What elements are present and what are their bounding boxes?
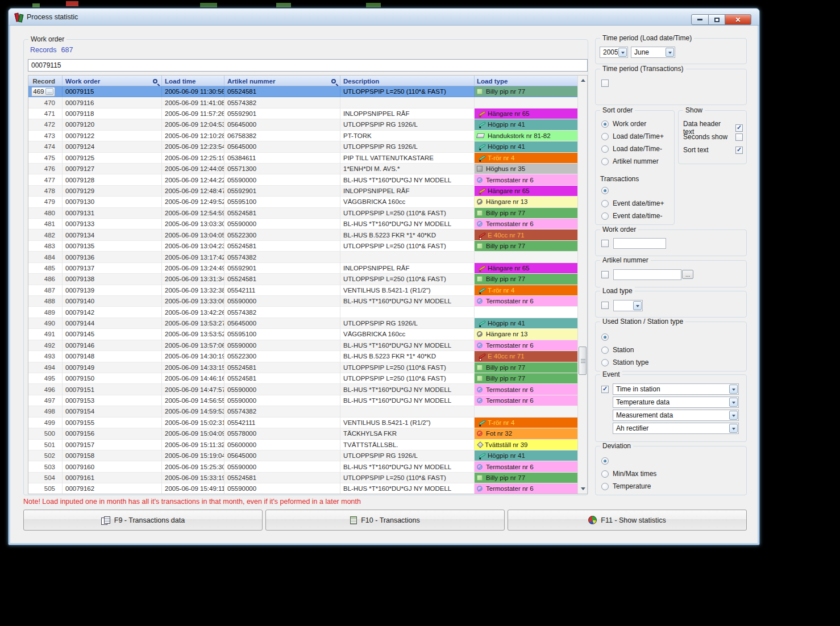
artikel-cell[interactable]: 05590000 [224, 483, 340, 494]
description-cell[interactable]: BL-HUS *T*160*DU*GJ NY MODELL [340, 461, 475, 472]
work-order-cell[interactable]: 00079130 [63, 197, 162, 207]
load-time-cell[interactable]: 2005-06-09 12:48:47 [162, 186, 224, 197]
table-row[interactable]: 471000791182005-06-09 11:57:2605592901IN… [28, 108, 579, 119]
load-time-cell[interactable]: 2005-06-09 15:19:04 [162, 450, 224, 461]
radio-temperature[interactable]: Temperature [601, 482, 651, 490]
description-cell[interactable]: VÄGGBRICKA 160cc [340, 329, 475, 340]
work-order-cell[interactable]: 00079115 [63, 86, 162, 97]
chevron-down-icon[interactable] [729, 398, 738, 407]
load-type-cell[interactable]: Termostater nr 6 [475, 461, 579, 472]
row-ellipsis-button[interactable]: ... [45, 88, 53, 95]
load-time-cell[interactable]: 2005-06-09 14:56:55 [162, 395, 224, 406]
chevron-down-icon[interactable] [729, 424, 738, 433]
record-cell[interactable]: 495 [28, 373, 63, 384]
record-cell[interactable]: 484 [28, 252, 63, 262]
artikel-cell[interactable]: 05524581 [224, 473, 340, 483]
description-cell[interactable]: BL-HUS *T*160*DU*GJ NY MODELL [340, 219, 475, 229]
work-order-cell[interactable]: 00079151 [63, 384, 162, 395]
table-row[interactable]: 476000791272005-06-09 12:44:05055713001*… [28, 164, 579, 174]
artikel-cell[interactable]: 05595100 [224, 329, 340, 340]
load-type-cell[interactable]: Billy pip nr 77 [475, 373, 579, 384]
description-cell[interactable]: BL-HUS *T*160*DU*GJ NY MODELL [340, 340, 475, 351]
load-type-cell[interactable]: Termostater nr 6 [475, 384, 579, 395]
load-type-cell[interactable]: Tvättställ nr 39 [475, 440, 579, 450]
work-order-cell[interactable]: 00079146 [63, 340, 162, 351]
work-order-cell[interactable]: 00079135 [63, 241, 162, 252]
minimize-button[interactable] [691, 14, 709, 25]
work-order-cell[interactable]: 00079149 [63, 362, 162, 373]
table-row[interactable]: 497000791532005-06-09 14:56:5505590000BL… [28, 395, 579, 406]
record-cell[interactable]: 471 [28, 108, 63, 119]
description-cell[interactable]: INLOPPSNIPPEL RÅF [340, 186, 475, 197]
work-order-cell[interactable]: 00079134 [63, 229, 162, 240]
record-cell[interactable]: 469... [28, 86, 63, 97]
load-type-cell[interactable]: Hängare nr 13 [475, 197, 579, 207]
checkbox-sort-text[interactable]: Sort text [683, 146, 743, 154]
description-cell[interactable] [340, 97, 475, 108]
close-button[interactable]: ✕ [725, 14, 751, 25]
load-time-cell[interactable]: 2005-06-09 11:30:56 [162, 86, 224, 97]
load-type-cell[interactable]: Billy pip nr 77 [475, 274, 579, 285]
load-time-cell[interactable]: 2005-06-09 15:04:09 [162, 428, 224, 439]
work-order-cell[interactable]: 00079116 [63, 97, 162, 108]
artikel-cell[interactable]: 05590000 [224, 174, 340, 185]
description-cell[interactable]: UTLOPPSPIP L=250 (110*& FAST) [340, 473, 475, 483]
description-cell[interactable]: UTLOPPSPIP RG 1926/L [340, 450, 475, 461]
selected-record-button[interactable]: 469... [31, 87, 55, 97]
table-row[interactable]: 470000791162005-06-09 11:41:0805574382 [28, 97, 579, 108]
load-type-cell[interactable] [475, 97, 579, 108]
f10-transactions-button[interactable]: F10 - Transactions [265, 510, 505, 531]
table-row[interactable]: 502000791582005-06-09 15:19:0405645000UT… [28, 450, 579, 461]
load-time-cell[interactable]: 2005-06-09 14:47:57 [162, 384, 224, 395]
record-cell[interactable]: 492 [28, 340, 63, 351]
record-cell[interactable]: 475 [28, 153, 63, 164]
load-type-cell[interactable]: Termostater nr 6 [475, 483, 579, 494]
record-cell[interactable]: 490 [28, 318, 63, 329]
work-order-cell[interactable]: 00079139 [63, 285, 162, 296]
table-row[interactable]: 487000791392005-06-09 13:32:3805542111VE… [28, 285, 579, 296]
record-cell[interactable]: 489 [28, 307, 63, 318]
artikel-filter-field[interactable] [613, 269, 681, 280]
work-order-cell[interactable]: 00079161 [63, 473, 162, 483]
description-cell[interactable]: BL-HUS *T*160*DU*GJ NY MODELL [340, 174, 475, 185]
load-time-cell[interactable]: 2005-06-09 13:53:27 [162, 318, 224, 329]
description-cell[interactable]: UTLOPPSPIP RG 1926/L [340, 119, 475, 130]
record-cell[interactable]: 482 [28, 229, 63, 240]
load-time-cell[interactable]: 2005-06-09 13:24:49 [162, 263, 224, 274]
column-header-artikel-nummer[interactable]: Artikel nummer [224, 76, 340, 86]
table-row[interactable]: 477000791282005-06-09 12:44:2205590000BL… [28, 174, 579, 185]
radio-icon[interactable] [601, 347, 609, 354]
load-time-cell[interactable]: 2005-06-09 11:41:08 [162, 97, 224, 108]
load-type-cell[interactable]: Hängare nr 65 [475, 186, 579, 197]
load-time-cell[interactable]: 2005-06-09 13:04:05 [162, 229, 224, 240]
work-order-cell[interactable]: 00079160 [63, 461, 162, 472]
load-time-cell[interactable]: 2005-06-09 13:04:23 [162, 241, 224, 252]
record-cell[interactable]: 505 [28, 483, 63, 494]
record-cell[interactable]: 483 [28, 241, 63, 252]
radio-icon[interactable] [601, 212, 609, 220]
load-type-cell[interactable]: Högpip nr 41 [475, 141, 579, 152]
load-time-cell[interactable]: 2005-06-09 13:31:34 [162, 274, 224, 285]
table-row[interactable]: 494000791492005-06-09 14:33:1505524581UT… [28, 362, 579, 373]
load-type-cell[interactable]: Billy pip nr 77 [475, 86, 579, 97]
work-order-filter-field[interactable] [613, 238, 666, 249]
month-dropdown[interactable]: June [631, 47, 675, 58]
work-order-cell[interactable]: 00079122 [63, 131, 162, 141]
load-type-cell[interactable]: Termostater nr 6 [475, 174, 579, 185]
load-time-cell[interactable]: 2005-06-09 15:49:11 [162, 483, 224, 494]
record-cell[interactable]: 470 [28, 97, 63, 108]
work-order-cell[interactable]: 00079144 [63, 318, 162, 329]
artikel-cell[interactable]: 05522300 [224, 229, 340, 240]
table-row[interactable]: 500000791562005-06-09 15:04:0905578000TÄ… [28, 428, 579, 439]
event-dropdown-4[interactable]: Ah rectifier [613, 423, 739, 434]
load-time-cell[interactable]: 2005-06-09 12:54:59 [162, 208, 224, 219]
work-order-cell[interactable]: 00079120 [63, 119, 162, 130]
radio-icon[interactable] [601, 200, 609, 207]
work-order-cell[interactable]: 00079133 [63, 219, 162, 229]
description-cell[interactable]: BL-HUS *T*160*DU*GJ NY MODELL [340, 296, 475, 307]
artikel-cell[interactable]: 05645000 [224, 450, 340, 461]
load-type-cell[interactable] [475, 252, 579, 262]
load-type-cell[interactable]: Hängare nr 13 [475, 329, 579, 340]
radio-load-date-time-minus[interactable]: Load date/Time- [601, 145, 662, 153]
load-time-cell[interactable]: 2005-06-09 13:57:06 [162, 340, 224, 351]
